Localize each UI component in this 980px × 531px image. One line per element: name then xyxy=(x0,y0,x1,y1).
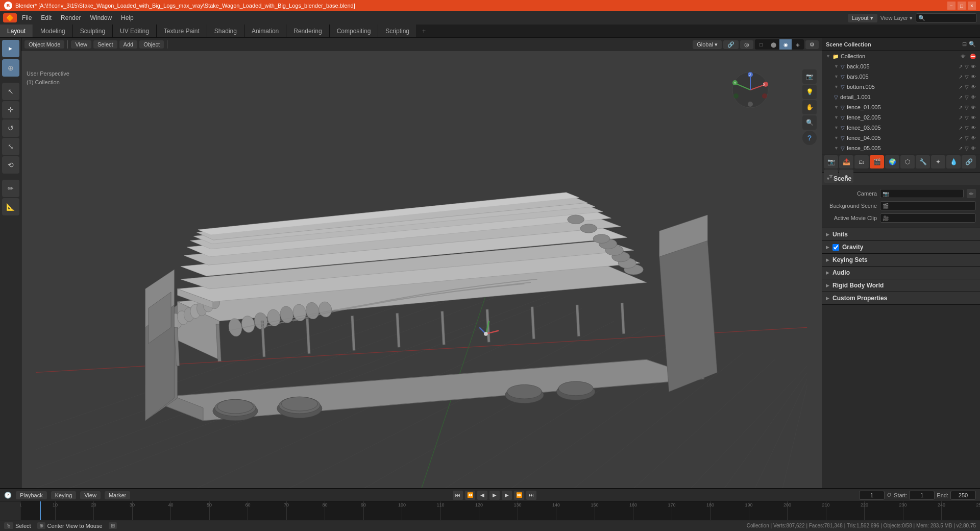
modifier-props-button[interactable]: 🔧 xyxy=(916,155,930,168)
viewport-tool-3[interactable]: ✋ xyxy=(802,100,817,114)
navigation-gizmo[interactable]: X Y Z xyxy=(730,69,771,110)
active-movie-clip-value[interactable]: 🎥 xyxy=(880,213,976,223)
scale-tool[interactable]: ⤡ xyxy=(2,138,19,155)
particles-props-button[interactable]: ✦ xyxy=(931,155,945,168)
prev-keyframe-button[interactable]: ⏪ xyxy=(465,491,475,500)
solid-mode[interactable]: ⬤ xyxy=(767,39,779,50)
camera-value[interactable]: 📷 xyxy=(880,189,964,198)
gravity-header[interactable]: ▶ Gravity xyxy=(822,241,980,253)
jump-start-button[interactable]: ⏮ xyxy=(453,491,463,500)
outliner-filter-button[interactable]: ⊟ xyxy=(962,41,967,47)
constraints-props-button[interactable]: 🔗 xyxy=(962,155,976,168)
next-frame-button[interactable]: ▶ xyxy=(502,491,512,500)
menu-window[interactable]: Window xyxy=(86,13,116,22)
viewport-3d[interactable]: Object Mode View Select Add Object Globa… xyxy=(21,38,822,488)
view-layer-props-button[interactable]: 🗂 xyxy=(854,155,869,168)
play-button[interactable]: ▶ xyxy=(489,491,500,500)
camera-edit-button[interactable]: ✏ xyxy=(967,189,976,198)
object-props-button[interactable]: ⬡ xyxy=(900,155,915,168)
prev-frame-button[interactable]: ◀ xyxy=(477,491,487,500)
menu-file[interactable]: File xyxy=(18,13,36,22)
tab-compositing[interactable]: Compositing xyxy=(330,25,379,37)
viewport-tool-2[interactable]: 💡 xyxy=(802,85,817,99)
tab-shading[interactable]: Shading xyxy=(207,25,244,37)
rotate-tool[interactable]: ↺ xyxy=(2,119,19,137)
measure-tool[interactable]: 📐 xyxy=(2,198,19,215)
layout-dropdown[interactable]: Layout ▾ xyxy=(848,14,877,22)
snap-button[interactable]: 🔗 xyxy=(723,40,739,49)
object-mode-button[interactable]: Object Mode xyxy=(24,40,64,49)
material-mode[interactable]: ◉ xyxy=(779,39,792,50)
menu-blender[interactable]: 🔶 xyxy=(3,13,17,22)
view-menu[interactable]: View xyxy=(80,491,101,499)
outliner-item-collection[interactable]: ▼ 📁 Collection 👁 ⛔ xyxy=(822,51,980,61)
render-props-button[interactable]: 📷 xyxy=(824,155,838,168)
next-keyframe-button[interactable]: ⏩ xyxy=(514,491,524,500)
tab-modeling[interactable]: Modeling xyxy=(33,25,73,37)
view-layer-dropdown[interactable]: View Layer ▾ xyxy=(880,15,913,21)
viewport-add-button[interactable]: Add xyxy=(119,40,138,49)
current-frame-input[interactable] xyxy=(859,491,885,500)
tab-rendering[interactable]: Rendering xyxy=(286,25,329,37)
frame-end-input[interactable] xyxy=(950,491,976,500)
outliner-item-bars005[interactable]: ▼ ▽ bars.005 ↗ ▽ 👁 xyxy=(822,71,980,82)
outliner-item-back005[interactable]: ▼ ▽ back.005 ↗ ▽ 👁 xyxy=(822,61,980,71)
custom-properties-header[interactable]: ▶ Custom Properties xyxy=(822,292,980,304)
keying-menu[interactable]: Keying xyxy=(51,491,77,499)
frame-start-input[interactable] xyxy=(909,491,935,500)
rigid-body-header[interactable]: ▶ Rigid Body World xyxy=(822,279,980,292)
viewport-tool-1[interactable]: 📷 xyxy=(802,69,817,84)
proportional-edit-button[interactable]: ◎ xyxy=(740,40,753,49)
tab-layout[interactable]: Layout xyxy=(0,25,33,37)
tab-texture-paint[interactable]: Texture Paint xyxy=(157,25,207,37)
viewport-options-button[interactable]: ⚙ xyxy=(805,40,819,49)
minimize-button[interactable]: − xyxy=(947,2,955,10)
viewport-object-button[interactable]: Object xyxy=(139,40,164,49)
outliner-search-button[interactable]: 🔍 xyxy=(969,41,976,47)
tab-sculpting[interactable]: Sculpting xyxy=(73,25,113,37)
gravity-checkbox[interactable] xyxy=(832,244,839,251)
annotate-tool[interactable]: ✏ xyxy=(2,180,19,197)
physics-props-button[interactable]: 💧 xyxy=(946,155,961,168)
outliner-item-detail001[interactable]: ▽ detail_1.001 ↗ ▽ 👁 xyxy=(822,92,980,102)
units-section-header[interactable]: ▶ Units xyxy=(822,228,980,240)
rendered-mode[interactable]: ◈ xyxy=(792,39,804,50)
viewport-global-button[interactable]: Global ▾ xyxy=(693,40,722,49)
outliner-item-fence03[interactable]: ▼ ▽ fence_03.005 ↗ ▽ 👁 xyxy=(822,123,980,133)
world-props-button[interactable]: 🌍 xyxy=(885,155,899,168)
outliner-item-bottom005[interactable]: ▼ ▽ bottom.005 ↗ ▽ 👁 xyxy=(822,82,980,92)
outliner-item-fence02[interactable]: ▼ ▽ fence_02.005 ↗ ▽ 👁 xyxy=(822,112,980,123)
tab-uv-editing[interactable]: UV Editing xyxy=(113,25,157,37)
background-scene-value[interactable]: 🎬 xyxy=(880,201,976,210)
scene-props-button[interactable]: 🎬 xyxy=(870,155,884,168)
wireframe-mode[interactable]: □ xyxy=(755,39,767,50)
tab-scripting[interactable]: Scripting xyxy=(378,25,417,37)
menu-edit[interactable]: Edit xyxy=(37,13,56,22)
output-props-button[interactable]: 📤 xyxy=(839,155,853,168)
playback-menu[interactable]: Playback xyxy=(16,491,47,499)
viewport-select-button[interactable]: Select xyxy=(93,40,117,49)
maximize-button[interactable]: □ xyxy=(958,2,966,10)
marker-menu[interactable]: Marker xyxy=(105,491,130,499)
outliner-item-fence05[interactable]: ▼ ▽ fence_05.005 ↗ ▽ 👁 xyxy=(822,143,980,153)
mode-selector[interactable]: ▶ xyxy=(2,40,19,57)
menu-render[interactable]: Render xyxy=(57,13,85,22)
tab-animation[interactable]: Animation xyxy=(244,25,286,37)
outliner-item-fence01[interactable]: ▼ ▽ fence_01.005 ↗ ▽ 👁 xyxy=(822,102,980,112)
jump-end-button[interactable]: ⏭ xyxy=(526,491,536,500)
close-button[interactable]: × xyxy=(968,2,976,10)
move-tool[interactable]: ✛ xyxy=(2,101,19,118)
viewport-view-button[interactable]: View xyxy=(71,40,91,49)
keying-sets-header[interactable]: ▶ Keying Sets xyxy=(822,254,980,266)
timeline-ruler[interactable]: 1102030405060708090100110120130140150160… xyxy=(20,501,980,520)
search-input[interactable]: 🔍 xyxy=(916,13,977,22)
viewport-zoom-in[interactable]: ? xyxy=(802,131,817,145)
outliner-item-fence04[interactable]: ▼ ▽ fence_04.005 ↗ ▽ 👁 xyxy=(822,133,980,143)
select-tool[interactable]: ↖ xyxy=(2,83,19,100)
add-workspace-button[interactable]: + xyxy=(417,25,431,37)
viewport-tool-4[interactable]: 🔍 xyxy=(802,115,817,130)
menu-help[interactable]: Help xyxy=(117,13,138,22)
transform-tool[interactable]: ⟲ xyxy=(2,156,19,174)
audio-header[interactable]: ▶ Audio xyxy=(822,267,980,279)
cursor-tool[interactable]: ⊕ xyxy=(2,59,19,77)
